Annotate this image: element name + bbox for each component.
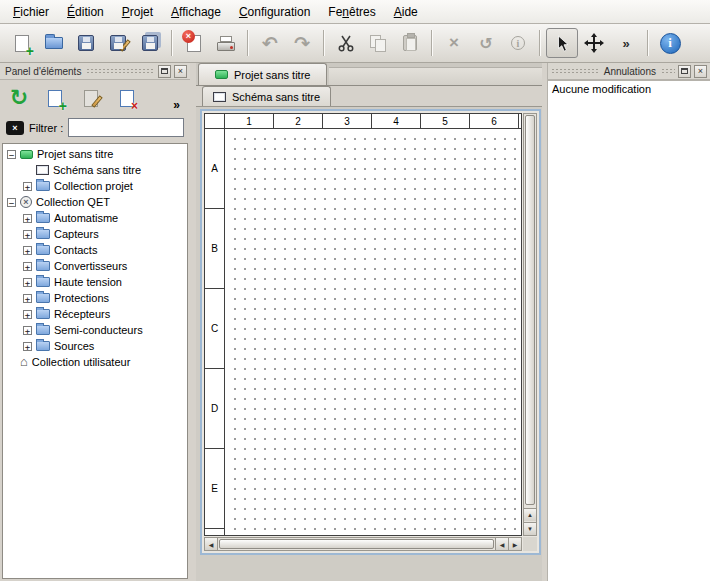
tree-item-contacts[interactable]: Contacts [3, 242, 187, 258]
select-mode-button[interactable] [546, 28, 578, 58]
scroll-left-button-2[interactable]: ◀ [495, 538, 508, 550]
undo-history-list[interactable]: Aucune modification [548, 80, 710, 581]
row-header: A [205, 129, 224, 209]
row-header: E [205, 449, 224, 529]
float-panel-button[interactable] [678, 65, 691, 78]
tree-item-convertisseurs[interactable]: Convertisseurs [3, 258, 187, 274]
tree-item-schema-sans-titre[interactable]: Schéma sans titre [3, 162, 187, 178]
horizontal-scrollbar[interactable]: ◀ ◀ ▶ [204, 537, 522, 551]
scroll-up-button[interactable]: ▲ [524, 508, 536, 521]
expand-expander-icon[interactable] [23, 230, 32, 239]
diagram-canvas[interactable] [226, 130, 521, 535]
close-panel-button[interactable]: × [694, 65, 707, 78]
project-icon [215, 70, 228, 79]
tree-item-sources[interactable]: Sources [3, 338, 187, 354]
collapse-expander-icon[interactable] [7, 150, 16, 159]
save-as-button[interactable] [102, 28, 134, 58]
expand-expander-icon[interactable] [23, 262, 32, 271]
dock-drag-handle[interactable] [661, 67, 675, 75]
copy-button[interactable] [362, 28, 394, 58]
expand-expander-icon[interactable] [23, 326, 32, 335]
tree-item-collection-projet[interactable]: Collection projet [3, 178, 187, 194]
tree-item-collection-qet[interactable]: × Collection QET [3, 194, 187, 210]
new-file-button[interactable]: + [6, 28, 38, 58]
tree-item-projet-sans-titre[interactable]: Projet sans titre [3, 146, 187, 162]
save-icon [78, 35, 94, 51]
close-panel-button[interactable]: × [174, 65, 187, 78]
menu-configuration[interactable]: Configuration [230, 0, 319, 23]
menu-projet[interactable]: Projet [113, 0, 162, 23]
chevron-right-icon: » [622, 36, 629, 51]
undo-panel-titlebar[interactable]: Annulations × [548, 63, 710, 80]
tree-item-semi-conducteurs[interactable]: Semi-conducteurs [3, 322, 187, 338]
print-button[interactable] [210, 28, 242, 58]
dock-drag-handle[interactable] [86, 67, 155, 75]
folder-icon [36, 213, 50, 223]
undo-panel-title: Annulations [602, 66, 658, 77]
close-file-button[interactable]: × [178, 28, 210, 58]
scroll-left-button[interactable]: ◀ [205, 538, 218, 550]
menu-fichier[interactable]: Fichier [4, 0, 58, 23]
clear-filter-button[interactable]: × [6, 121, 24, 135]
expand-expander-icon[interactable] [23, 214, 32, 223]
rotate-button[interactable]: ↺ [470, 28, 502, 58]
mdi-area: 1 2 3 4 5 6 A B C D E [196, 107, 542, 581]
expand-expander-icon[interactable] [23, 182, 32, 191]
delete-button[interactable]: × [438, 28, 470, 58]
new-element-button[interactable]: + [42, 84, 68, 112]
expand-expander-icon[interactable] [23, 294, 32, 303]
tab-schema-sans-titre[interactable]: Schéma sans titre [202, 86, 331, 106]
float-panel-button[interactable] [158, 65, 171, 78]
more-panel-actions-button[interactable]: » [169, 98, 184, 114]
elements-tree: Projet sans titre Schéma sans titre Coll… [2, 143, 188, 579]
tree-item-collection-utilisateur[interactable]: ⌂ Collection utilisateur [3, 354, 187, 370]
elements-panel-titlebar[interactable]: Panel d'éléments × [0, 63, 190, 80]
menu-edition[interactable]: Édition [58, 0, 113, 23]
tree-item-haute-tension[interactable]: Haute tension [3, 274, 187, 290]
delete-element-button[interactable]: × [114, 84, 140, 112]
collapse-expander-icon[interactable] [7, 198, 16, 207]
tree-item-protections[interactable]: Protections [3, 290, 187, 306]
folder-icon [36, 261, 50, 271]
expand-expander-icon[interactable] [23, 278, 32, 287]
about-info-icon: i [660, 33, 681, 54]
scroll-down-button[interactable]: ▼ [524, 522, 536, 535]
expand-expander-icon[interactable] [23, 342, 32, 351]
menu-aide[interactable]: Aide [385, 0, 427, 23]
folder-icon [36, 245, 50, 255]
more-tools-button[interactable]: » [610, 28, 642, 58]
expand-expander-icon[interactable] [23, 310, 32, 319]
element-infos-icon: i [511, 36, 525, 50]
undo-list-item[interactable]: Aucune modification [548, 81, 710, 97]
element-infos-button[interactable]: i [502, 28, 534, 58]
diagram-icon [213, 92, 226, 102]
project-icon [20, 150, 33, 159]
tree-item-capteurs[interactable]: Capteurs [3, 226, 187, 242]
vertical-scrollbar[interactable]: ▲ ▼ [523, 113, 537, 536]
scroll-right-button[interactable]: ▶ [508, 538, 521, 550]
filter-input[interactable] [68, 118, 184, 137]
about-qet-button[interactable]: i [654, 28, 686, 58]
save-as-icon [110, 35, 126, 51]
reload-collections-button[interactable]: ↻ [6, 84, 32, 112]
undo-button[interactable]: ↶ [254, 28, 286, 58]
tab-projet-sans-titre[interactable]: Projet sans titre [198, 63, 327, 85]
paste-button[interactable] [394, 28, 426, 58]
workspace: Projet sans titre Schéma sans titre 1 2 [196, 63, 542, 581]
rotate-icon: ↺ [479, 34, 492, 53]
cut-button[interactable] [330, 28, 362, 58]
horizontal-scrollbar-thumb[interactable] [219, 539, 494, 549]
tree-item-recepteurs[interactable]: Récepteurs [3, 306, 187, 322]
expand-expander-icon[interactable] [23, 246, 32, 255]
menu-fenetres[interactable]: Fenêtres [319, 0, 384, 23]
vertical-scrollbar-thumb[interactable] [525, 115, 535, 505]
dock-drag-handle[interactable] [551, 67, 599, 75]
menu-affichage[interactable]: Affichage [162, 0, 230, 23]
redo-button[interactable]: ↷ [286, 28, 318, 58]
tree-item-automatisme[interactable]: Automatisme [3, 210, 187, 226]
save-button[interactable] [70, 28, 102, 58]
edit-element-button[interactable] [78, 84, 104, 112]
scroll-mode-button[interactable] [578, 28, 610, 58]
open-file-button[interactable] [38, 28, 70, 58]
save-all-button[interactable] [134, 28, 166, 58]
